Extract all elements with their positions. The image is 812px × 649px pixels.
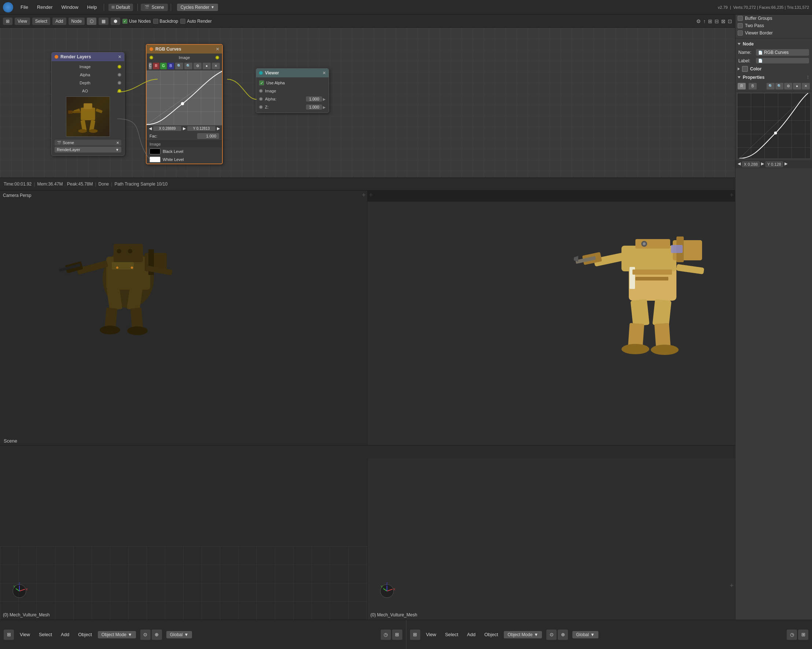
node-toolbar-view[interactable]: View [15, 18, 30, 25]
color-section-header[interactable]: Color [736, 64, 812, 73]
curve-arrow-left[interactable]: ◀ [149, 126, 152, 131]
right-x-coord[interactable]: X 0.288 [742, 161, 760, 167]
bottom-left-select[interactable]: Select [36, 631, 55, 638]
scene-selector[interactable]: 🎬 Scene [141, 4, 168, 11]
bl-icon4[interactable]: ⊞ [392, 629, 402, 640]
bottom-left-object[interactable]: Object [75, 631, 95, 638]
curve-y-coord[interactable]: Y 0.12813 [187, 126, 215, 131]
right-coord-arrow1[interactable]: ◀ [737, 161, 740, 167]
auto-render-checkbox[interactable] [180, 19, 185, 24]
curve-zoom-in[interactable]: 🔍 [175, 63, 183, 69]
rgb-image-output-socket[interactable] [215, 56, 219, 60]
render-ao-socket[interactable] [118, 89, 121, 93]
right-curve-b[interactable]: B [749, 83, 757, 89]
two-pass-checkbox[interactable] [737, 23, 743, 28]
name-value[interactable]: RGB Curves [764, 50, 807, 55]
bottom-right-select[interactable]: Select [442, 631, 461, 638]
curve-zoom-out[interactable]: 🔍 [184, 63, 192, 69]
render-depth-socket[interactable] [118, 81, 121, 85]
right-curve-area[interactable] [737, 93, 810, 159]
properties-section-header[interactable]: Properties ⋮ [736, 73, 812, 81]
viewer-header[interactable]: Viewer ✕ [256, 69, 329, 77]
node-view-btn2[interactable]: ⬡ [87, 18, 96, 25]
curve-channel-b[interactable]: B [168, 63, 174, 69]
right-curve-c[interactable]: R [737, 83, 746, 89]
right-coord-arrow2[interactable]: ▶ [761, 161, 764, 167]
right-curve-tool3[interactable]: ⚙ [784, 83, 792, 89]
right-y-coord[interactable]: Y 0.128 [765, 161, 783, 167]
render-layer-selector[interactable]: RenderLayer ▼ [55, 147, 121, 153]
curve-arrow-right2[interactable]: ▶ [217, 126, 220, 131]
render-image-socket[interactable] [118, 65, 121, 69]
viewer-alpha-value[interactable]: 1.000 [306, 96, 322, 101]
scene-selector-node[interactable]: 🎬 Scene ✕ [55, 140, 121, 145]
bottom-left-add[interactable]: Add [58, 631, 72, 638]
toolbar-icon-3[interactable]: ⊞ [708, 18, 712, 24]
viewer-close[interactable]: ✕ [322, 71, 326, 75]
right-coord-arrow3[interactable]: ▶ [785, 161, 788, 167]
node-toolbar-add[interactable]: Add [52, 18, 66, 25]
bl-icon2[interactable]: ⊕ [152, 629, 162, 640]
viewer-border-checkbox[interactable] [737, 31, 743, 35]
curve-channel-c[interactable]: C [149, 63, 152, 69]
menu-file[interactable]: File [17, 3, 32, 11]
node-view-btn4[interactable]: ⬢ [111, 18, 120, 25]
bottom-left-global[interactable]: Global ▼ [166, 631, 192, 638]
br-icon1[interactable]: ⊙ [546, 629, 557, 640]
render-alpha-socket[interactable] [118, 73, 121, 77]
bl-icon1[interactable]: ⊙ [140, 629, 151, 640]
bottom-right-icon1[interactable]: ⊞ [410, 629, 420, 640]
toolbar-icon-1[interactable]: ⚙ [696, 18, 701, 24]
bottom-right-view[interactable]: View [423, 631, 440, 638]
node-toolbar-select[interactable]: Select [32, 18, 50, 25]
curves-area[interactable] [147, 71, 222, 125]
right-curve-tool4[interactable]: ● [793, 83, 801, 89]
viewer-alpha-arrow[interactable]: ▶ [323, 97, 326, 101]
right-curve-tool5[interactable]: ✕ [802, 83, 810, 89]
curve-close-x[interactable]: ✕ [212, 63, 220, 69]
render-layers-header[interactable]: Render Layers ✕ [52, 52, 124, 61]
curve-arrow-right[interactable]: ▶ [183, 126, 186, 131]
viewer-use-alpha-checkbox[interactable]: ✓ [259, 80, 264, 86]
rgb-curves-close[interactable]: ✕ [216, 47, 219, 52]
rgb-curves-header[interactable]: RGB Curves ✕ [147, 45, 222, 54]
viewport-left-add[interactable]: + [362, 191, 366, 199]
viewer-z-socket[interactable] [259, 105, 263, 109]
curve-channel-g[interactable]: G [160, 63, 167, 69]
render-layers-close[interactable]: ✕ [118, 55, 121, 60]
br-icon2[interactable]: ⊕ [558, 629, 568, 640]
bottom-left-mode[interactable]: Object Mode ▼ [98, 631, 136, 638]
node-toolbar-node[interactable]: Node [69, 18, 85, 25]
bottom-right-object[interactable]: Object [481, 631, 501, 638]
fac-value[interactable]: 1.000 [197, 133, 219, 139]
menu-help[interactable]: Help [84, 3, 101, 11]
curve-channel-r[interactable]: R [153, 63, 159, 69]
scene-close-icon[interactable]: ✕ [116, 141, 119, 145]
bottom-right-add[interactable]: Add [464, 631, 479, 638]
node-section-header[interactable]: Node [736, 40, 812, 48]
bl-icon3[interactable]: ◷ [381, 629, 391, 640]
rgb-image-input-socket[interactable] [150, 56, 153, 60]
workspace-selector[interactable]: ⊞ Default [108, 4, 133, 11]
br-icon4[interactable]: ⊞ [798, 629, 808, 640]
viewer-image-input[interactable] [259, 89, 263, 93]
bottom-left-icon1[interactable]: ⊞ [4, 629, 14, 640]
bottom-left-view[interactable]: View [17, 631, 33, 638]
black-level-swatch[interactable] [150, 148, 160, 155]
toolbar-icon-4[interactable]: ⊟ [714, 18, 719, 24]
menu-window[interactable]: Window [58, 3, 82, 11]
viewer-z-value[interactable]: 1.000 [306, 104, 322, 110]
engine-selector[interactable]: Cycles Render ▼ [177, 4, 218, 11]
bottom-right-mode[interactable]: Object Mode ▼ [504, 631, 542, 638]
toolbar-icon-2[interactable]: ↑ [703, 18, 706, 24]
buffer-groups-checkbox[interactable] [737, 16, 743, 21]
toolbar-icon-6[interactable]: ⊡ [728, 18, 732, 24]
right-curve-tool2[interactable]: 🔍 [775, 83, 783, 89]
properties-expand[interactable]: ⋮ [806, 75, 810, 80]
bottom-right-global[interactable]: Global ▼ [572, 631, 598, 638]
toolbar-icon-5[interactable]: ⊠ [721, 18, 725, 24]
use-nodes-checkbox[interactable]: ✓ [122, 19, 128, 24]
curve-x-coord[interactable]: X 0.28889 [153, 126, 182, 131]
viewer-z-arrow[interactable]: ▶ [323, 105, 326, 109]
curve-reset[interactable]: ● [203, 63, 211, 69]
